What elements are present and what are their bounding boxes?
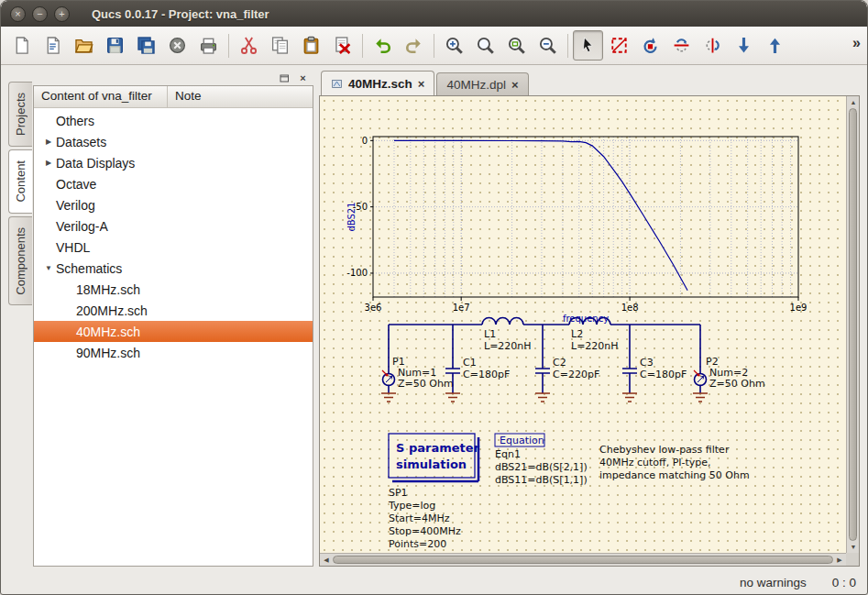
- schematic-canvas[interactable]: 0-50-1003e61e71e81e9dBS21frequency L1 L=…: [320, 96, 846, 553]
- titlebar[interactable]: × − + Qucs 0.0.17 - Project: vna_filter: [1, 1, 867, 27]
- component-name: Eqn1: [495, 448, 521, 460]
- svg-text:-100: -100: [346, 268, 368, 278]
- tree-item-schematics[interactable]: ▼Schematics: [34, 258, 313, 279]
- arrow-down-icon: [734, 36, 753, 55]
- scroll-down-button[interactable]: ▼: [847, 541, 860, 553]
- zoom-fit-button[interactable]: [501, 30, 532, 61]
- print-button[interactable]: [193, 30, 224, 61]
- new-text-document-button[interactable]: [38, 30, 68, 61]
- rotate-button[interactable]: [635, 30, 665, 61]
- pop-out-button[interactable]: [760, 30, 790, 61]
- tree-item-label: 40MHz.sch: [76, 325, 140, 339]
- tree-item-90mhz-sch[interactable]: 90MHz.sch: [34, 342, 313, 363]
- s-parameter-simulation[interactable]: S parameter simulation SP1 Type=log Star…: [388, 434, 480, 550]
- schematic-drawing: L1 L=220nH L2 L=220nH: [381, 318, 765, 551]
- scroll-left-button[interactable]: ◀: [320, 554, 333, 566]
- select-cursor-icon: [578, 36, 598, 55]
- window-close-button[interactable]: ×: [10, 6, 26, 22]
- capacitor-C1[interactable]: C1 C=180pF: [445, 325, 510, 402]
- undo-button[interactable]: [368, 30, 398, 61]
- note-line: 40MHz cutoff, PI-type,: [599, 457, 711, 468]
- tab-40mhz-sch[interactable]: 40MHz.sch ×: [321, 71, 434, 95]
- port-P2[interactable]: P2 Num=2 Z=50 Ohm: [693, 325, 765, 402]
- tree-item-octave[interactable]: Octave: [34, 173, 313, 194]
- tab-components[interactable]: Components: [8, 216, 32, 306]
- port-P1[interactable]: P1 Num=1 Z=50 Ohm: [381, 325, 454, 402]
- scroll-up-button[interactable]: ▲: [847, 96, 860, 108]
- window-minimize-button[interactable]: −: [32, 6, 48, 22]
- tree-item-verilog[interactable]: Verilog: [34, 194, 313, 215]
- close-file-icon: [168, 36, 187, 55]
- statusbar: no warnings 0 : 0: [1, 570, 867, 594]
- mirror-x-icon: [672, 36, 691, 55]
- redo-button[interactable]: [399, 30, 429, 61]
- simulation-title: simulation: [396, 457, 467, 471]
- s-parameter-plot[interactable]: 0-50-1003e61e71e81e9dBS21frequency: [346, 136, 807, 324]
- tree-item-200mhz-sch[interactable]: 200MHz.sch: [34, 300, 313, 321]
- tree-column-note[interactable]: Note: [168, 86, 209, 107]
- horizontal-scrollbar[interactable]: ◀ ▶: [320, 553, 846, 566]
- tab-close-icon[interactable]: ×: [511, 78, 519, 92]
- zoom-in-button[interactable]: [439, 30, 469, 61]
- tab-close-icon[interactable]: ×: [418, 77, 425, 91]
- new-schematic-button[interactable]: [6, 30, 37, 61]
- component-value: L=220nH: [571, 340, 619, 352]
- toolbar-separator: [567, 34, 568, 58]
- equation-Eqn1[interactable]: Equation Eqn1 dBS21=dB(S[2,1]) dBS11=dB(…: [495, 434, 588, 486]
- delete-button[interactable]: [327, 30, 357, 61]
- tree-column-content[interactable]: Content of vna_filter: [34, 86, 168, 107]
- tree-item-18mhz-sch[interactable]: 18MHz.sch: [34, 279, 313, 300]
- zoom-1-1-button[interactable]: [470, 30, 500, 61]
- horizontal-scrollbar-thumb[interactable]: [333, 556, 833, 564]
- save-all-button[interactable]: [131, 30, 161, 61]
- tab-40mhz-dpl[interactable]: 40MHz.dpl ×: [436, 72, 528, 95]
- paste-button[interactable]: [296, 30, 326, 61]
- tab-content[interactable]: Content: [8, 149, 32, 214]
- close-file-button[interactable]: [162, 30, 192, 61]
- save-all-icon: [137, 36, 156, 55]
- tab-projects[interactable]: Projects: [8, 82, 32, 147]
- zoom-fit-icon: [507, 36, 526, 55]
- expander-collapsed-icon[interactable]: ▶: [41, 159, 56, 167]
- toolbar-overflow-button[interactable]: »: [852, 35, 861, 51]
- tree-item-datasets[interactable]: ▶Datasets: [34, 131, 313, 152]
- expander-collapsed-icon[interactable]: ▶: [41, 138, 56, 146]
- scroll-right-button[interactable]: ▶: [833, 554, 846, 566]
- ground-icon: [535, 393, 550, 402]
- delete-icon: [333, 36, 352, 55]
- expander-expanded-icon[interactable]: ▼: [41, 264, 56, 272]
- zoom-out-button[interactable]: [533, 30, 563, 61]
- copy-button[interactable]: [265, 30, 295, 61]
- tree-item-verilog-a[interactable]: Verilog-A: [34, 215, 313, 237]
- mirror-x-button[interactable]: [666, 30, 697, 61]
- window-maximize-button[interactable]: +: [54, 6, 70, 22]
- mirror-y-button[interactable]: [698, 30, 728, 61]
- capacitor-C3[interactable]: C3 C=180pF: [622, 325, 687, 402]
- note-text[interactable]: Chebyshev low-pass filter 40MHz cutoff, …: [599, 444, 750, 481]
- open-file-button[interactable]: [69, 30, 99, 61]
- toolbar-separator: [228, 34, 229, 58]
- tree-item-40mhz-sch[interactable]: 40MHz.sch: [34, 321, 313, 342]
- tree-item-vhdl[interactable]: VHDL: [34, 237, 313, 258]
- dock-close-button[interactable]: ×: [297, 72, 309, 84]
- vertical-scrollbar-thumb[interactable]: [849, 108, 857, 541]
- capacitor-C2[interactable]: C2 C=220pF: [535, 325, 599, 402]
- zoom-1-1-icon: [476, 36, 495, 55]
- save-file-button[interactable]: [100, 30, 130, 61]
- go-into-subcircuit-button[interactable]: [729, 30, 759, 61]
- status-cursor-position: 0 : 0: [832, 576, 856, 589]
- cut-button[interactable]: [234, 30, 264, 61]
- inductor-L1[interactable]: L1 L=220nH: [482, 318, 532, 353]
- vertical-scrollbar[interactable]: ▲ ▼: [846, 96, 859, 553]
- component-value: Start=4MHz: [389, 512, 450, 524]
- tree-item-others[interactable]: Others: [34, 110, 313, 131]
- dock-header: ×: [33, 71, 313, 85]
- tree-item-data-displays[interactable]: ▶Data Displays: [34, 152, 313, 173]
- svg-text:3e6: 3e6: [365, 303, 382, 313]
- deactivate-button[interactable]: [604, 30, 634, 61]
- content-tree: Content of vna_filter Note Others ▶Datas…: [33, 85, 313, 567]
- document-area: 40MHz.sch × 40MHz.dpl × 0-50-1003e61e71e…: [319, 71, 860, 567]
- document-tab-bar: 40MHz.sch × 40MHz.dpl ×: [319, 71, 860, 95]
- select-button[interactable]: [573, 30, 603, 61]
- dock-float-button[interactable]: [279, 72, 291, 84]
